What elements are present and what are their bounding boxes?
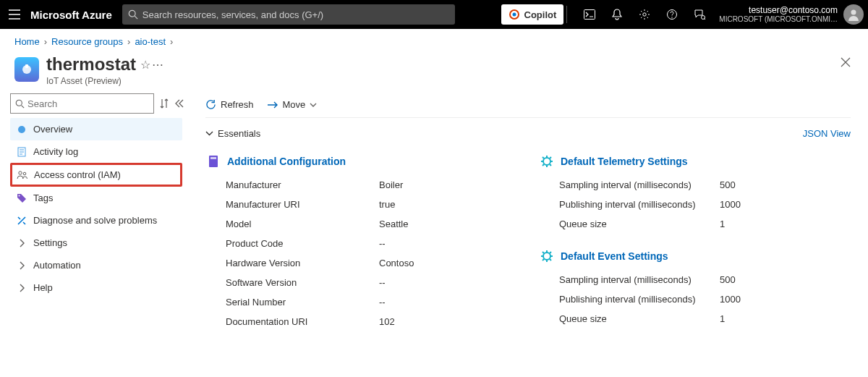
- page-header: thermostat ☆ ⋯ IoT Asset (Preview): [0, 51, 841, 93]
- sidebar-search[interactable]: [10, 93, 154, 114]
- section-title: Default Event Settings: [561, 250, 668, 262]
- sidebar-item-label: Tags: [33, 192, 53, 203]
- sidebar-item-automation[interactable]: Automation: [10, 254, 182, 276]
- collapse-icon[interactable]: [174, 99, 184, 108]
- sidebar-item-label: Help: [33, 282, 53, 293]
- sidebar-search-input[interactable]: [27, 98, 149, 109]
- kv-row: Queue size1: [539, 216, 851, 235]
- page-title: thermostat: [46, 54, 136, 75]
- svg-point-11: [16, 100, 22, 106]
- hamburger-icon[interactable]: [4, 9, 25, 20]
- chevron-down-icon: [205, 131, 213, 136]
- access-control-icon: [17, 170, 28, 180]
- sort-icon[interactable]: [160, 98, 169, 109]
- command-bar: Refresh Move: [205, 93, 851, 118]
- close-icon[interactable]: [841, 51, 868, 93]
- col-defaults: Default Telemetry Settings Sampling inte…: [539, 149, 851, 333]
- help-icon[interactable]: [660, 0, 684, 29]
- kv-row: Documentation URI102: [205, 313, 517, 333]
- svg-point-4: [643, 13, 646, 16]
- divider: [566, 6, 567, 23]
- diagnose-icon: [16, 216, 27, 226]
- copilot-button[interactable]: Copilot: [501, 4, 564, 25]
- notifications-icon[interactable]: [605, 0, 629, 29]
- svg-point-14: [19, 171, 22, 174]
- sidebar-item-label: Settings: [33, 237, 67, 248]
- global-search-input[interactable]: [142, 9, 449, 20]
- svg-point-12: [18, 126, 25, 133]
- top-icon-row: [577, 0, 712, 29]
- top-bar: Microsoft Azure Copilot testuser@contoso…: [0, 0, 868, 29]
- config-icon: [205, 153, 221, 169]
- svg-rect-18: [210, 157, 216, 159]
- breadcrumb-aio-test[interactable]: aio-test: [135, 36, 166, 47]
- chevron-right-icon: ›: [44, 36, 47, 47]
- svg-point-0: [129, 10, 135, 17]
- feedback-icon[interactable]: [687, 0, 712, 29]
- sidebar-item-label: Activity log: [33, 146, 78, 157]
- favorite-star-icon[interactable]: ☆: [140, 58, 150, 72]
- svg-point-16: [19, 195, 20, 196]
- refresh-icon: [205, 99, 216, 110]
- kv-row: Hardware VersionContoso: [205, 255, 517, 274]
- col-additional-config: Additional Configuration ManufacturerBoi…: [205, 149, 517, 333]
- chevron-right-icon: [16, 261, 27, 270]
- svg-point-15: [23, 172, 26, 175]
- move-icon: [267, 101, 278, 109]
- sidebar-item-label: Access control (IAM): [34, 169, 121, 180]
- content-area: Refresh Move Essentials JSON View: [188, 93, 868, 350]
- cloud-shell-icon[interactable]: [577, 0, 602, 29]
- org-label: MICROSOFT (MICROSOFT.ONMI…: [719, 15, 838, 23]
- overview-icon: [16, 124, 27, 135]
- sidebar-item-settings[interactable]: Settings: [10, 232, 182, 254]
- brand-label: Microsoft Azure: [30, 9, 112, 21]
- chevron-right-icon: [16, 284, 27, 292]
- kv-row: Sampling interval (milliseconds)500: [539, 271, 851, 291]
- section-title: Additional Configuration: [227, 156, 346, 167]
- account-block[interactable]: testuser@contoso.com MICROSOFT (MICROSOF…: [719, 6, 838, 23]
- kv-row: ModelSeattle: [205, 216, 517, 235]
- sidebar-item-help[interactable]: Help: [10, 276, 182, 299]
- sidebar-item-overview[interactable]: Overview: [10, 118, 182, 140]
- chevron-right-icon: [16, 239, 27, 247]
- activity-log-icon: [16, 147, 27, 157]
- avatar[interactable]: [843, 4, 864, 25]
- chevron-right-icon: ›: [127, 36, 130, 47]
- sidebar-item-diagnose[interactable]: Diagnose and solve problems: [10, 209, 182, 232]
- global-search[interactable]: [122, 4, 455, 25]
- kv-row: Serial Number--: [205, 294, 517, 313]
- sidebar: Overview Activity log Access control (IA…: [0, 93, 188, 350]
- svg-point-19: [543, 158, 550, 165]
- telemetry-icon: [539, 153, 555, 169]
- sidebar-item-label: Automation: [33, 260, 81, 271]
- breadcrumb-home[interactable]: Home: [14, 36, 40, 47]
- search-icon: [15, 99, 25, 109]
- kv-row: Software Version--: [205, 274, 517, 294]
- events-icon: [539, 248, 555, 264]
- user-email: testuser@contoso.com: [719, 6, 838, 15]
- kv-row: Manufacturer URItrue: [205, 196, 517, 216]
- svg-point-20: [543, 253, 550, 260]
- json-view-link[interactable]: JSON View: [803, 128, 851, 139]
- tags-icon: [16, 193, 27, 203]
- chevron-right-icon: ›: [170, 36, 173, 47]
- search-icon: [128, 9, 138, 20]
- kv-row: Product Code--: [205, 235, 517, 255]
- sidebar-item-label: Overview: [33, 124, 72, 135]
- more-icon[interactable]: ⋯: [152, 58, 163, 72]
- copilot-icon: [509, 9, 520, 20]
- move-button[interactable]: Move: [267, 99, 318, 110]
- sidebar-item-activity-log[interactable]: Activity log: [10, 140, 182, 163]
- kv-row: Sampling interval (milliseconds)500: [539, 177, 851, 196]
- refresh-button[interactable]: Refresh: [205, 99, 254, 110]
- settings-icon[interactable]: [632, 0, 657, 29]
- kv-row: Publishing interval (milliseconds)1000: [539, 196, 851, 216]
- sidebar-item-tags[interactable]: Tags: [10, 187, 182, 209]
- breadcrumb: Home › Resource groups › aio-test ›: [0, 29, 868, 51]
- section-title: Default Telemetry Settings: [561, 156, 688, 167]
- sidebar-item-access-control[interactable]: Access control (IAM): [10, 163, 182, 187]
- breadcrumb-resource-groups[interactable]: Resource groups: [51, 36, 123, 47]
- essentials-toggle[interactable]: Essentials: [205, 128, 260, 139]
- svg-rect-10: [25, 64, 28, 68]
- svg-rect-3: [584, 10, 595, 20]
